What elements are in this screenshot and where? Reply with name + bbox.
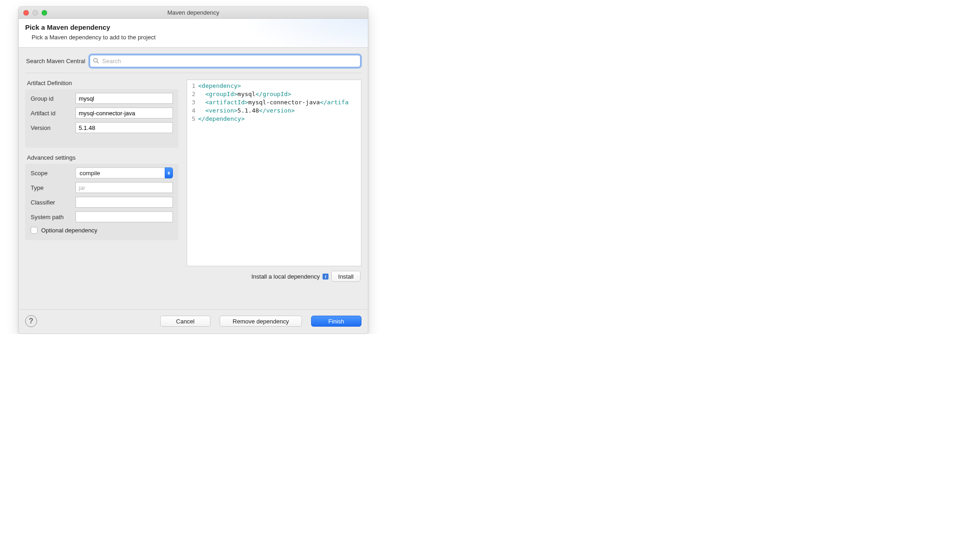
version-label: Version [31,124,73,131]
left-column: Artifact Definition Group id Artifact id… [25,80,178,283]
optional-label: Optional dependency [41,227,97,234]
finish-button[interactable]: Finish [311,316,361,327]
dialog-window: Maven dependency Pick a Maven dependency… [18,6,368,334]
version-input[interactable] [75,122,173,133]
xml-version: 5.1.48 [237,107,259,114]
system-path-input[interactable] [75,211,173,222]
cancel-button[interactable]: Cancel [160,316,210,327]
advanced-section-label: Advanced settings [27,154,178,161]
xml-group-id: mysql [237,91,255,97]
advanced-group: Scope compile Type [25,164,178,240]
install-row: Install a local dependency i Install [187,266,361,283]
body-panel: Search Maven Central Artifact Definition… [19,48,368,309]
search-input-wrap [90,55,361,67]
line-number: 4 [192,107,195,114]
system-path-label: System path [31,214,73,221]
xml-code[interactable]: <dependency> <groupId>mysql</groupId> <a… [196,80,349,266]
titlebar: Maven dependency [19,7,368,19]
window-title: Maven dependency [19,9,368,16]
svg-point-0 [94,58,97,62]
scope-select[interactable]: compile [75,167,173,178]
line-number: 5 [192,115,195,122]
search-label: Search Maven Central [26,58,85,65]
type-label: Type [31,184,73,191]
classifier-input[interactable] [75,197,173,208]
chevron-up-down-icon [165,167,173,178]
info-icon[interactable]: i [323,274,328,280]
artifact-section-label: Artifact Definition [27,80,178,86]
xml-preview: 1 2 3 4 5 <dependency> <groupId>mysql</g… [187,80,361,266]
svg-line-1 [97,61,98,63]
scope-value: compile [75,167,165,178]
header-panel: Pick a Maven dependency Pick a Maven dep… [19,19,368,48]
right-column: 1 2 3 4 5 <dependency> <groupId>mysql</g… [187,80,361,283]
group-id-input[interactable] [75,93,173,104]
install-button[interactable]: Install [331,271,361,282]
line-number: 2 [192,91,195,97]
artifact-id-label: Artifact id [31,110,73,117]
optional-row: Optional dependency [31,227,173,234]
artifact-id-input[interactable] [75,108,173,118]
page-title: Pick a Maven dependency [25,23,361,31]
classifier-label: Classifier [31,199,73,206]
help-icon[interactable]: ? [25,315,37,327]
type-input[interactable] [75,182,173,193]
footer: ? Cancel Remove dependency Finish [19,309,368,334]
search-row: Search Maven Central [25,53,361,73]
xml-artifact-id: mysql-connector-java [248,99,320,106]
search-icon [93,58,99,65]
group-id-label: Group id [31,95,73,102]
columns: Artifact Definition Group id Artifact id… [25,80,361,283]
scope-label: Scope [31,170,73,177]
artifact-definition-section: Artifact Definition Group id Artifact id… [25,80,178,148]
remove-dependency-button[interactable]: Remove dependency [220,316,302,327]
line-number: 3 [192,99,195,106]
line-gutter: 1 2 3 4 5 [187,80,196,266]
optional-checkbox[interactable] [31,227,38,234]
page-subtitle: Pick a Maven dependency to add to the pr… [25,34,361,41]
line-number: 1 [192,82,195,89]
search-input[interactable] [90,55,361,67]
artifact-group: Group id Artifact id Version [25,89,178,148]
advanced-settings-section: Advanced settings Scope compile [25,154,178,240]
install-label: Install a local dependency [251,273,320,280]
